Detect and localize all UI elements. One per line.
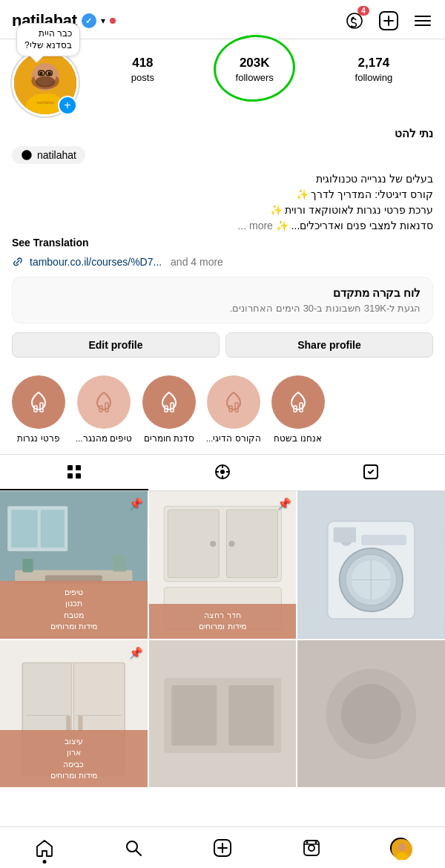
grid-item-4[interactable]: 📌 עיצובארוןכביסהמידות ומרוחים <box>0 640 148 788</box>
svg-point-53 <box>228 541 234 547</box>
link-url: tambour.co.il/courses/%D7... <box>30 256 162 268</box>
tagged-icon <box>362 463 380 481</box>
svg-rect-23 <box>171 403 174 412</box>
tabs-row <box>0 454 445 491</box>
reels-nav-icon <box>302 838 321 858</box>
highlight-circle-3 <box>142 375 196 429</box>
svg-text:natilahat: natilahat <box>36 100 53 105</box>
svg-rect-19 <box>40 403 43 412</box>
menu-button[interactable] <box>412 10 433 31</box>
grid-text-4: עיצובארוןכביסהמידות ומרוחים <box>0 730 148 788</box>
highlight-label-1: פרטי נגרות <box>17 433 59 444</box>
highlight-icon-3 <box>154 387 185 418</box>
svg-point-13 <box>47 72 51 76</box>
notification-dot <box>110 18 116 24</box>
svg-point-80 <box>341 683 401 743</box>
pin-icon-2: 📌 <box>277 496 291 511</box>
threads-handle-text: natilahat <box>37 149 76 161</box>
highlights-row: פרטי נגרות טיפים מהנגר... סדנת חומרים <box>0 375 445 454</box>
pin-icon-4: 📌 <box>129 645 143 660</box>
svg-point-92 <box>398 844 406 851</box>
svg-point-33 <box>220 470 225 474</box>
bottom-navigation <box>0 826 445 868</box>
svg-point-12 <box>39 72 43 76</box>
svg-rect-30 <box>67 473 73 479</box>
bio-line1: בעלים של נגרייה טכנולוגית <box>12 171 433 187</box>
grid-item-3[interactable] <box>297 491 445 639</box>
posts-count: 418 <box>132 56 153 70</box>
speech-bubble: כבר הייתבסדנא שלי? <box>16 23 80 56</box>
threads-button[interactable]: 4 <box>344 10 365 31</box>
grid-text-1: טיפיםתכנוןמטבחמידות ומרוחים <box>0 581 148 639</box>
svg-rect-76 <box>171 685 217 745</box>
nav-reels[interactable] <box>267 827 356 868</box>
add-icon <box>378 10 399 31</box>
add-story-button[interactable]: + <box>58 96 77 115</box>
highlight-icon-4 <box>218 387 249 418</box>
home-active-dot <box>43 860 47 864</box>
nav-add[interactable] <box>178 827 267 868</box>
following-stat[interactable]: 2,174 following <box>355 56 393 83</box>
nav-profile[interactable] <box>356 827 445 868</box>
bio-line4: סדנאות למצבי פנים ואדריכלים... ✨ more ..… <box>12 218 433 234</box>
tab-grid[interactable] <box>0 455 148 490</box>
hamburger-icon <box>412 10 433 31</box>
highlight-icon-1 <box>23 387 54 418</box>
grid-item-5[interactable] <box>149 640 297 788</box>
posts-label: posts <box>131 72 154 83</box>
insights-card[interactable]: לוח בקרה מתקדם הגעת ל-319K חשבונות ב-30 … <box>12 277 433 323</box>
highlight-label-3: סדנת חומרים <box>144 433 194 444</box>
nav-search[interactable] <box>89 827 178 868</box>
highlight-circle-5 <box>271 375 325 429</box>
edit-profile-button[interactable]: Edit profile <box>12 332 220 358</box>
highlight-label-2: טיפים מהנגר... <box>76 433 132 444</box>
tab-reels[interactable] <box>148 455 297 490</box>
grid-cell-4: 📌 עיצובארוןכביסהמידות ומרוחים <box>0 640 148 788</box>
svg-rect-65 <box>334 527 356 542</box>
highlight-item-5[interactable]: אנחנו בשטח <box>271 375 325 444</box>
threads-handle[interactable]: natilahat <box>12 146 85 164</box>
grid-item-6[interactable] <box>297 640 445 788</box>
highlight-label-4: הקורס הדיגי... <box>206 433 261 444</box>
profile-top-row: כבר הייתבסדנא שלי? <box>12 50 433 116</box>
svg-point-87 <box>309 845 314 851</box>
highlight-circle-2 <box>77 375 131 429</box>
posts-grid: 📌 טיפיםתכנוןמטבחמידות ומרוחים @natilahat… <box>0 491 445 787</box>
tab-tagged[interactable] <box>297 455 445 490</box>
see-translation[interactable]: See Translation <box>12 237 433 249</box>
grid-icon <box>65 463 83 481</box>
svg-point-11 <box>36 76 55 88</box>
highlight-circle-1 <box>12 375 65 429</box>
threads-small-icon <box>21 149 33 161</box>
link-more: and 4 more <box>168 256 223 268</box>
share-profile-button[interactable]: Share profile <box>225 332 433 358</box>
pin-icon-1: 📌 <box>129 496 143 511</box>
svg-rect-42 <box>41 510 65 548</box>
add-post-button[interactable] <box>378 10 399 31</box>
stats-row: 418 posts 203K followers 2,174 following <box>90 50 433 83</box>
followers-stat[interactable]: 203K followers <box>236 56 274 83</box>
grid-cell-5 <box>149 640 297 788</box>
highlight-item-2[interactable]: טיפים מהנגר... <box>76 375 132 444</box>
add-nav-icon <box>213 838 232 858</box>
bio: בעלים של נגרייה טכנולוגית קורס דיגיטלי: … <box>12 171 433 234</box>
grid-cell-6 <box>297 640 445 788</box>
highlight-item-1[interactable]: פרטי נגרות <box>12 375 65 444</box>
link-icon <box>12 256 24 268</box>
highlight-icon-5 <box>283 387 314 418</box>
action-buttons: Edit profile Share profile <box>12 332 433 358</box>
dropdown-icon[interactable]: ▾ <box>101 16 105 26</box>
svg-rect-21 <box>105 403 108 412</box>
grid-cell-3 <box>297 491 445 639</box>
grid-item-2[interactable]: @natilahat 📌 חדר רחצהמידות ומרוחים <box>149 491 297 639</box>
highlight-item-4[interactable]: הקורס הדיגי... <box>206 375 261 444</box>
profile-link[interactable]: tambour.co.il/courses/%D7... and 4 more <box>12 256 433 268</box>
bio-more-link[interactable]: more ... <box>237 220 272 231</box>
svg-line-82 <box>136 850 142 855</box>
search-icon <box>124 838 143 858</box>
grid-item-1[interactable]: 📌 טיפיםתכנוןמטבחמידות ומרוחים <box>0 491 148 639</box>
posts-stat: 418 posts <box>131 56 154 83</box>
highlight-item-3[interactable]: סדנת חומרים <box>142 375 196 444</box>
profile-avatar-nav <box>390 838 411 858</box>
nav-home[interactable] <box>0 827 89 868</box>
